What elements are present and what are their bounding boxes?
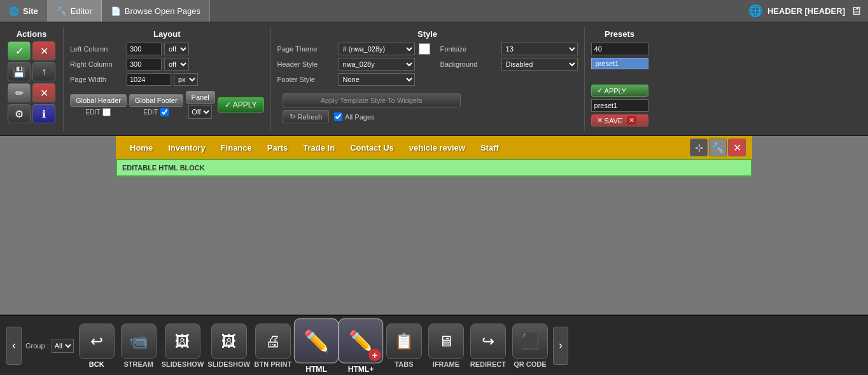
- tool-tabs[interactable]: 📋 TABS: [385, 324, 423, 368]
- header-style-select[interactable]: nwa_028y: [339, 58, 415, 71]
- page-theme-color[interactable]: [419, 43, 430, 55]
- all-pages-label: All Pages: [345, 113, 374, 121]
- redirect-icon-wrap: ↪: [470, 324, 506, 359]
- fontsize-row: Fontsize 13: [440, 43, 578, 55]
- header-edit-checkbox[interactable]: [102, 108, 111, 116]
- preset-save-label: SAVE: [605, 117, 623, 125]
- action-upload-btn[interactable]: ↑: [32, 62, 55, 81]
- bottom-toolbar: ‹ Group : All ↩ BCK 📹 STREAM 🖼 SLIDESHOW: [0, 315, 868, 375]
- tool-slideshow1[interactable]: 🖼 SLIDESHOW: [162, 324, 204, 368]
- nav-tradein[interactable]: Trade In: [295, 143, 342, 153]
- presets-section: Presets preset1 ✓ APPLY ✕ SAVE ✕: [585, 27, 655, 131]
- page-width-unit-select[interactable]: px: [174, 73, 198, 86]
- nav-inventory[interactable]: Inventory: [160, 143, 213, 153]
- nav-contact[interactable]: Contact Us: [342, 143, 402, 153]
- page-width-input[interactable]: [127, 73, 171, 86]
- global-header-btn[interactable]: Global Header: [70, 94, 127, 107]
- action-save-btn[interactable]: 💾: [8, 62, 31, 81]
- nav-edit-btn[interactable]: 🔧: [709, 139, 727, 156]
- slideshow1-icon-wrap: 🖼: [165, 324, 200, 359]
- tool-bck[interactable]: ↩ BCK: [78, 324, 116, 368]
- qr-code-icon: ⬛: [521, 332, 540, 350]
- background-label: Background: [440, 60, 498, 68]
- refresh-row: ↻ Refresh All Pages: [283, 110, 375, 123]
- editable-html-block[interactable]: EDITABLE HTML BLOCK: [116, 159, 752, 177]
- nav-staff[interactable]: Staff: [473, 143, 507, 153]
- nav-move-btn[interactable]: ⊹: [690, 139, 708, 156]
- html-plus-pencil-icon: ✏️: [349, 329, 374, 352]
- tool-html-plus[interactable]: ✏️ + HTML+: [339, 318, 383, 373]
- tabs-label: TABS: [395, 360, 413, 368]
- background-select[interactable]: Disabled: [501, 58, 578, 71]
- action-check-btn[interactable]: ✓: [8, 41, 31, 60]
- prev-arrow[interactable]: ‹: [6, 327, 22, 365]
- browse-tab[interactable]: 📄 Browse Open Pages: [102, 0, 210, 22]
- apply-template-btn: Apply Template Style To Widgets: [283, 93, 461, 107]
- tool-stream[interactable]: 📹 STREAM: [120, 324, 158, 368]
- action-x-btn[interactable]: ✕: [32, 41, 55, 60]
- bck-label: BCK: [89, 360, 104, 368]
- all-pages-checkbox[interactable]: [334, 112, 342, 121]
- left-column-input[interactable]: [127, 43, 162, 55]
- stream-icon-wrap: 📹: [121, 324, 157, 359]
- layout-apply-btn[interactable]: ✓ APPLY: [218, 97, 264, 112]
- refresh-icon: ↻: [290, 112, 295, 121]
- html-label: HTML: [305, 364, 327, 372]
- right-column-input[interactable]: [127, 58, 162, 71]
- slideshow2-icon: 🖼: [221, 332, 237, 350]
- monitor-icon: 🖥: [850, 4, 862, 18]
- tool-slideshow2[interactable]: 🖼 SLIDESHOW: [207, 324, 250, 368]
- site-tab[interactable]: 🌐 Site: [0, 0, 48, 22]
- actions-grid: ✓ ✕ 💾 ↑ ✏ ✕ ⚙ ℹ: [8, 41, 55, 123]
- left-column-select[interactable]: off: [164, 43, 189, 55]
- iframe-icon: 🖥: [438, 332, 454, 350]
- footer-edit-label: EDIT: [143, 109, 158, 116]
- presets-value-input[interactable]: [591, 43, 648, 55]
- group-select[interactable]: All: [52, 339, 74, 353]
- nav-home[interactable]: Home: [122, 143, 160, 153]
- slideshow1-icon: 🖼: [175, 332, 190, 350]
- nav-delete-btn[interactable]: ✕: [728, 139, 746, 156]
- action-settings-btn[interactable]: ⚙: [8, 104, 31, 123]
- action-delete-btn[interactable]: ✕: [32, 83, 55, 102]
- style-section: Style Page Theme # (nwa_028y) Header Sty…: [271, 27, 585, 131]
- refresh-btn[interactable]: ↻ Refresh: [283, 110, 330, 123]
- panel-select[interactable]: Off: [188, 105, 212, 119]
- footer-style-select[interactable]: None: [339, 73, 415, 86]
- nav-parts[interactable]: Parts: [260, 143, 296, 153]
- site-icon: 🌐: [9, 6, 19, 16]
- preset-apply-btn[interactable]: ✓ APPLY: [591, 85, 648, 97]
- action-info-btn[interactable]: ℹ: [32, 104, 55, 123]
- next-arrow[interactable]: ›: [553, 327, 568, 365]
- action-edit-btn[interactable]: ✏: [8, 83, 31, 102]
- tool-iframe[interactable]: 🖥 IFRAME: [427, 324, 465, 368]
- preset-name-input[interactable]: [591, 99, 648, 112]
- tool-html[interactable]: ✏️ HTML: [294, 318, 339, 373]
- preset-selected[interactable]: preset1: [591, 58, 648, 69]
- tool-redirect[interactable]: ↪ REDIRECT: [469, 324, 507, 368]
- btn-print-label: BTN PRINT: [255, 360, 292, 368]
- left-column-label: Left Column: [70, 45, 124, 53]
- fontsize-select[interactable]: 13: [501, 43, 578, 55]
- header-style-label: Header Style: [277, 60, 335, 68]
- refresh-label: Refresh: [298, 113, 323, 121]
- nav-finance[interactable]: Finance: [213, 143, 260, 153]
- right-column-select[interactable]: off: [164, 58, 189, 71]
- page-theme-select[interactable]: # (nwa_028y): [339, 43, 415, 55]
- stream-label: STREAM: [123, 360, 153, 368]
- bck-icon: ↩: [90, 332, 103, 350]
- footer-edit-checkbox[interactable]: [160, 108, 169, 116]
- tool-qr-code[interactable]: ⬛ QR CODE: [511, 324, 549, 368]
- control-panel: Actions ✓ ✕ 💾 ↑ ✏ ✕ ⚙ ℹ Layout Left Colu…: [0, 23, 868, 136]
- nav-vehicle-review[interactable]: vehicle review: [402, 143, 473, 153]
- preset-save-btn[interactable]: ✕ SAVE ✕: [591, 114, 648, 126]
- page-content-area: Home Inventory Finance Parts Trade In Co…: [116, 136, 752, 177]
- tool-btn-print[interactable]: 🖨 BTN PRINT: [254, 324, 292, 368]
- actions-title: Actions: [17, 29, 47, 39]
- slideshow1-label: SLIDESHOW: [162, 360, 204, 368]
- layout-apply-label: APPLY: [233, 100, 257, 109]
- panel-btn[interactable]: Panel: [186, 91, 215, 104]
- page-theme-row: Page Theme # (nwa_028y): [277, 43, 430, 55]
- editor-tab[interactable]: 🔧 Editor: [48, 0, 102, 22]
- global-footer-btn[interactable]: Global Footer: [129, 94, 183, 107]
